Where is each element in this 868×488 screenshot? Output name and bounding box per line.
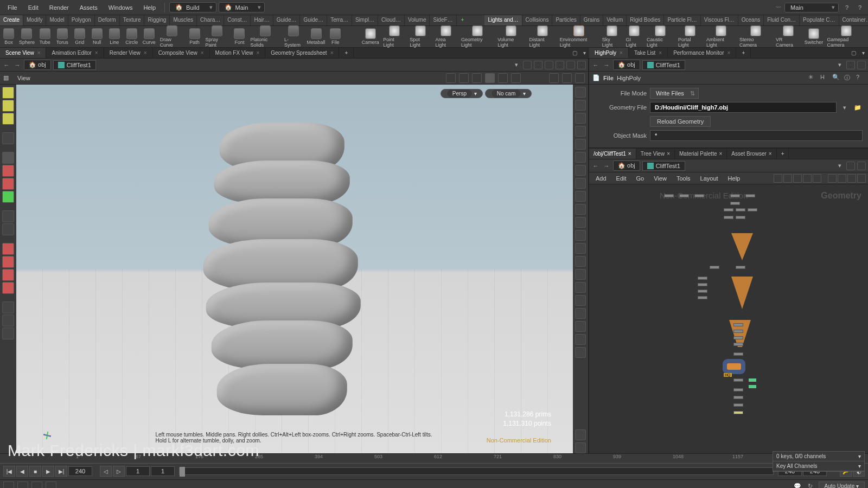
nav-dropdown-icon[interactable]: ▾: [835, 61, 844, 68]
net-ic-2-icon[interactable]: [783, 174, 792, 183]
disp-8-icon[interactable]: [575, 178, 586, 189]
frame-field[interactable]: 240: [68, 466, 92, 476]
tool-brush-icon[interactable]: [2, 113, 14, 125]
pane-tab-add-icon[interactable]: +: [736, 48, 751, 58]
disp-12-icon[interactable]: [575, 230, 586, 241]
range-start-field[interactable]: 1: [126, 466, 150, 476]
disp-5-icon[interactable]: [575, 139, 586, 150]
vopt1-icon[interactable]: [549, 73, 559, 83]
disp-20-icon[interactable]: [575, 334, 586, 345]
disp-14-icon[interactable]: [575, 256, 586, 267]
menu-windows[interactable]: Windows: [104, 2, 137, 13]
disp-cog-icon[interactable]: [575, 429, 586, 440]
path-level[interactable]: 🏠 obj: [613, 160, 640, 171]
tool-red2-icon[interactable]: [2, 178, 14, 190]
shelf-tool[interactable]: Line: [106, 27, 123, 46]
shelf-tool[interactable]: Sphere: [17, 27, 36, 46]
shelf-tool[interactable]: Grid: [71, 27, 88, 46]
shelf-tool[interactable]: Font: [231, 27, 248, 46]
path-node[interactable]: CliffTest1: [53, 60, 96, 70]
display-icon[interactable]: [577, 61, 586, 69]
step-next-icon[interactable]: ▷: [113, 466, 125, 477]
help-icon[interactable]: ?: [856, 74, 865, 82]
disp-1-icon[interactable]: [575, 87, 586, 98]
pin-icon[interactable]: [523, 61, 532, 69]
desktop-selector-build[interactable]: 🏠 Build: [169, 2, 216, 12]
sel-point-icon[interactable]: [459, 73, 469, 83]
disp-16-icon[interactable]: [575, 282, 586, 293]
play-stop-icon[interactable]: ■: [29, 466, 41, 477]
persp-dropdown[interactable]: Persp ▾: [441, 89, 483, 98]
shelf-tool[interactable]: VR Camera: [774, 24, 802, 49]
shelf-tool[interactable]: Ambient Light: [704, 24, 737, 49]
tool-snap1-icon[interactable]: [2, 243, 14, 255]
nav-back-icon[interactable]: ←: [2, 62, 11, 68]
pane-tab[interactable]: Take List×: [629, 48, 668, 58]
selected-node[interactable]: [727, 363, 741, 370]
shelf-tool[interactable]: Camera: [360, 27, 381, 46]
step-prev-icon[interactable]: ◁: [100, 466, 112, 477]
link1-icon[interactable]: [534, 61, 542, 69]
disp-13-icon[interactable]: [575, 243, 586, 254]
file-chooser-icon[interactable]: 📁: [853, 102, 863, 112]
status-ic-4-icon[interactable]: [46, 481, 56, 489]
menu-assets[interactable]: Assets: [75, 2, 102, 13]
disp-11-icon[interactable]: [575, 217, 586, 228]
shelf-tool[interactable]: File: [327, 27, 344, 46]
timeline-track[interactable]: [179, 467, 774, 475]
pane-tab[interactable]: Geometry Spreadsheet×: [265, 48, 339, 58]
path-level[interactable]: 🏠 obj: [613, 60, 640, 70]
net-menu[interactable]: Tools: [672, 174, 695, 183]
reload-geometry-button[interactable]: Reload Geometry: [650, 116, 711, 127]
shelf-tool[interactable]: Spot Light: [407, 24, 433, 49]
net-ic-6-icon[interactable]: [828, 174, 837, 183]
flag-icon[interactable]: H: [820, 74, 829, 82]
sel-vertex-icon[interactable]: [498, 73, 508, 83]
link-icon[interactable]: [857, 61, 866, 69]
pin-icon[interactable]: [846, 162, 855, 170]
net-ic-3-icon[interactable]: [793, 174, 802, 183]
path-node[interactable]: CliffTest1: [642, 60, 685, 70]
info-icon[interactable]: ⓘ: [844, 74, 853, 82]
disp-9-icon[interactable]: [575, 191, 586, 202]
nav-dropdown-icon[interactable]: ▾: [512, 61, 521, 68]
pane-tab[interactable]: Composite View×: [153, 48, 210, 58]
shelf-tool[interactable]: Switcher: [802, 27, 825, 46]
shelf-tool[interactable]: Environment Light: [558, 24, 600, 49]
shelf-tool[interactable]: Sky Light: [600, 24, 624, 49]
play-play-icon[interactable]: ▶: [42, 466, 54, 477]
file-mode-select[interactable]: Write Files: [650, 88, 699, 99]
tool-arrow-icon[interactable]: [2, 132, 14, 144]
help-icon[interactable]: ?: [842, 3, 852, 12]
tool-xform-icon[interactable]: [2, 210, 14, 222]
auto-update-select[interactable]: Auto Update ▾: [819, 481, 865, 488]
shelf-tool[interactable]: Null: [88, 27, 106, 46]
pane-opt-icon[interactable]: ▾: [579, 48, 589, 57]
path-node[interactable]: CliffTest1: [642, 161, 685, 171]
shelf-tool[interactable]: L-System: [282, 24, 305, 49]
cam-dropdown[interactable]: No cam ▾: [485, 89, 532, 98]
tool-lock-icon[interactable]: [2, 152, 14, 164]
nav-fwd-icon[interactable]: →: [602, 163, 611, 169]
net-tab[interactable]: /obj/CliffTest1×: [589, 149, 636, 159]
shelf-tool[interactable]: Geometry Light: [459, 24, 495, 49]
tool-misc1-icon[interactable]: [2, 301, 14, 313]
pane-tab[interactable]: Scene View×: [0, 48, 46, 58]
view-menu-icon[interactable]: ▥: [3, 74, 9, 81]
desktop-selector-main[interactable]: 🏠 Main: [219, 2, 265, 12]
disp-21-icon[interactable]: [575, 347, 586, 358]
pane-max-icon[interactable]: ▢: [570, 48, 579, 57]
net-ic-9-icon[interactable]: [857, 174, 866, 183]
pane-tab[interactable]: HighPoly×: [589, 48, 629, 58]
timeline-ruler[interactable]: 240 16717628539450361272183093910481157: [0, 454, 868, 464]
shelf-tool[interactable]: Gamepad Camera: [825, 24, 868, 49]
net-tab[interactable]: Material Palette×: [675, 149, 727, 159]
viewport-3d[interactable]: Persp ▾ No cam ▾ 1,131,286 prims 1,131,3…: [16, 85, 573, 453]
help-icon[interactable]: [575, 73, 585, 83]
status-ic-1-icon[interactable]: [3, 481, 14, 489]
pane-max-icon[interactable]: ▢: [848, 48, 858, 57]
pane-tab[interactable]: Animation Editor×: [46, 48, 104, 58]
tool-snap4-icon[interactable]: [2, 282, 14, 294]
link-icon[interactable]: [857, 162, 866, 170]
disp-17-icon[interactable]: [575, 295, 586, 306]
